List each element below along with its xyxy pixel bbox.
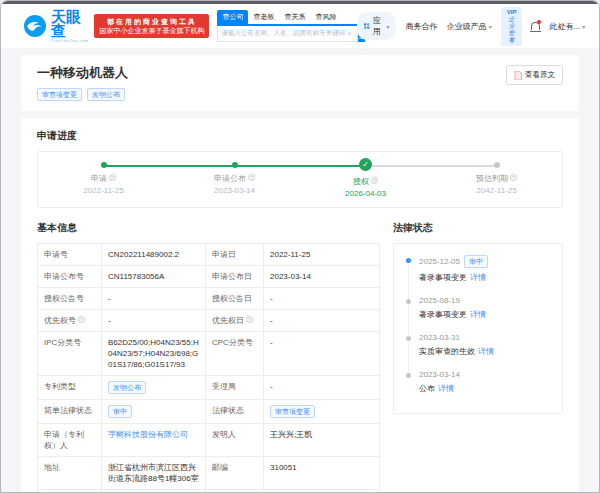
table-row: 申请号 CN202211489002.2 申请日 2022-11-25 bbox=[37, 243, 379, 265]
promo-banner: 都在用的商业查询工具 国家中小企业发展子基金旗下机构 bbox=[94, 14, 209, 38]
info-icon[interactable] bbox=[109, 174, 116, 181]
detail-link[interactable]: 详情 bbox=[470, 310, 486, 319]
table-row: 专利类型 发明公布 受理局 - bbox=[37, 375, 379, 399]
detail-link[interactable]: 详情 bbox=[478, 347, 494, 356]
info-icon[interactable] bbox=[510, 174, 517, 181]
tianyancha-logo-icon bbox=[23, 14, 47, 38]
view-original-button[interactable]: 查看原文 bbox=[506, 65, 563, 85]
detail-link[interactable]: 详情 bbox=[470, 273, 486, 282]
notification-bell-icon[interactable] bbox=[531, 20, 540, 32]
vip-badge[interactable]: VIP 企业套餐 bbox=[501, 7, 523, 46]
search-tab-risk[interactable]: 查风险 bbox=[310, 10, 341, 24]
document-icon bbox=[514, 71, 522, 80]
progress-dot bbox=[101, 162, 107, 168]
section-title-basic-info: 基本信息 bbox=[37, 221, 380, 235]
page-title: 一种移动机器人 bbox=[37, 64, 563, 82]
list-item: 2023-03-31 实质审查的生效详情 bbox=[406, 333, 552, 370]
basic-info-section: 基本信息 申请号 CN202211489002.2 申请日 2022-11-25… bbox=[37, 221, 380, 493]
status-badge: 审查项变更 bbox=[37, 88, 82, 101]
chevron-down-icon: ▾ bbox=[489, 24, 492, 30]
table-row: 代理机构 浙江翔隆专利事务所（普通合伙） 代理人 - bbox=[37, 489, 379, 493]
clear-icon[interactable]: × bbox=[345, 29, 354, 38]
nav-enterprise-products[interactable]: 企业级产品 ▾ bbox=[446, 21, 491, 32]
header-nav: 应用 ▾ 商务合作 企业级产品 ▾ VIP 企业套餐 此处有... ▾ bbox=[357, 7, 585, 46]
simple-legal-status-badge: 审中 bbox=[108, 405, 132, 418]
table-row: 优先权号 - 优先权日 - bbox=[37, 309, 379, 331]
table-row: 授权公告号 - 授权公告日 - bbox=[37, 287, 379, 309]
promo-line2: 国家中小企业发展子基金旗下机构 bbox=[99, 26, 204, 35]
section-title-legal-status: 法律状态 bbox=[393, 221, 563, 235]
info-icon[interactable] bbox=[371, 177, 378, 184]
status-badge: 审中 bbox=[464, 255, 488, 268]
progress-dot bbox=[494, 162, 500, 168]
page-content: 一种移动机器人 审查项变更 发明公布 查看原文 申请进度 bbox=[1, 48, 599, 493]
list-item: 2025-08-19 著录事项变更详情 bbox=[406, 296, 552, 333]
table-row: 申请公布号 CN115783056A 申请公布日 2023-03-14 bbox=[37, 265, 379, 287]
vip-sublabel: 企业套餐 bbox=[506, 16, 518, 44]
info-icon[interactable] bbox=[78, 316, 85, 323]
type-badge: 发明公布 bbox=[87, 88, 125, 101]
apps-menu[interactable]: 应用 ▾ bbox=[357, 12, 396, 40]
patent-type-badge: 发明公布 bbox=[108, 381, 146, 394]
search-placeholder: 请输入公司名称、人名、品牌名称等关键词 bbox=[221, 29, 345, 38]
timeline-dot bbox=[406, 299, 411, 304]
browser-window: 天眼查 TianYanCha.com 都在用的商业查询工具 国家中小企业发展子基… bbox=[0, 0, 600, 493]
list-item: 2023-03-14 公布详情 bbox=[406, 370, 552, 407]
chevron-down-icon: ▾ bbox=[386, 23, 389, 30]
logo-text: 天眼查 bbox=[51, 10, 88, 38]
patent-tags: 审查项变更 发明公布 bbox=[37, 88, 563, 101]
timeline-dot bbox=[406, 336, 411, 341]
info-icon[interactable] bbox=[248, 174, 255, 181]
table-row: 地址 浙江省杭州市滨江区西兴街道东流路88号1幢306室 邮编 310051 bbox=[37, 456, 379, 489]
search-tabs: 查公司 查老板 查关系 查风险 bbox=[217, 10, 357, 24]
timeline-dot bbox=[406, 373, 411, 378]
progress-step-expiry: 预估到期 2042-11-25 bbox=[431, 152, 562, 207]
header-search: 查公司 查老板 查关系 查风险 请输入公司名称、人名、品牌名称等关键词 × 天眼… bbox=[217, 10, 357, 42]
table-row: 申请（专利权）人 宇树科技股份有限公司 发明人 王兴兴;王凯 bbox=[37, 423, 379, 456]
detail-link[interactable]: 详情 bbox=[438, 384, 454, 393]
promo-line1: 都在用的商业查询工具 bbox=[99, 17, 204, 26]
logo-subtext: TianYanCha.com bbox=[51, 38, 88, 43]
legal-status-timeline: 2025-12-05审中 著录事项变更详情 2025-08-19 著录事项变更详… bbox=[393, 243, 563, 414]
search-tab-boss[interactable]: 查老板 bbox=[248, 10, 279, 24]
chevron-down-icon: ▾ bbox=[582, 24, 585, 30]
legal-status-section: 法律状态 2025-12-05审中 著录事项变更详情 2025-08-19 著录… bbox=[393, 221, 563, 493]
list-item: 2025-12-05审中 著录事项变更详情 bbox=[406, 255, 552, 296]
legal-status-badge: 审查项变更 bbox=[270, 405, 315, 418]
progress-step-grant: ✓ 授权 2026-04-03 bbox=[300, 152, 431, 207]
progress-dot bbox=[232, 162, 238, 168]
search-input[interactable]: 请输入公司名称、人名、品牌名称等关键词 × bbox=[217, 26, 357, 42]
check-icon: ✓ bbox=[359, 158, 372, 171]
search-tab-company[interactable]: 查公司 bbox=[217, 10, 248, 24]
nav-business-cooperation[interactable]: 商务合作 bbox=[405, 21, 437, 32]
progress-step-apply: 申请 2022-11-25 bbox=[38, 152, 169, 207]
section-title-progress: 申请进度 bbox=[37, 129, 563, 143]
notification-dot bbox=[537, 20, 541, 24]
table-row: 简单法律状态 审中 法律状态 审查项变更 bbox=[37, 399, 379, 423]
progress-step-publication: 申请公布 2023-03-14 bbox=[169, 152, 300, 207]
application-progress: 申请 2022-11-25 申请公布 2023-03-14 ✓ 授权 2026-… bbox=[37, 151, 563, 208]
basic-info-table: 申请号 CN202211489002.2 申请日 2022-11-25 申请公布… bbox=[37, 243, 380, 493]
patent-title-card: 一种移动机器人 审查项变更 发明公布 查看原文 bbox=[21, 55, 579, 111]
table-row: IPC分类号 B62D25/00;H04N23/55;H04N23/57;H04… bbox=[37, 331, 379, 375]
search-tab-relation[interactable]: 查关系 bbox=[279, 10, 310, 24]
tianyancha-logo[interactable]: 天眼查 TianYanCha.com bbox=[23, 10, 88, 43]
apps-label: 应用 bbox=[373, 15, 384, 37]
apps-grid-icon bbox=[364, 22, 369, 30]
site-header: 天眼查 TianYanCha.com 都在用的商业查询工具 国家中小企业发展子基… bbox=[1, 4, 599, 48]
info-icon[interactable] bbox=[246, 316, 253, 323]
timeline-dot bbox=[406, 258, 411, 263]
patent-detail-card: 申请进度 申请 2022-11-25 申请公布 2023-03-14 bbox=[21, 118, 579, 493]
applicant-link[interactable]: 宇树科技股份有限公司 bbox=[108, 430, 188, 439]
account-menu[interactable]: 此处有... ▾ bbox=[549, 21, 585, 32]
vip-label: VIP bbox=[506, 9, 518, 16]
